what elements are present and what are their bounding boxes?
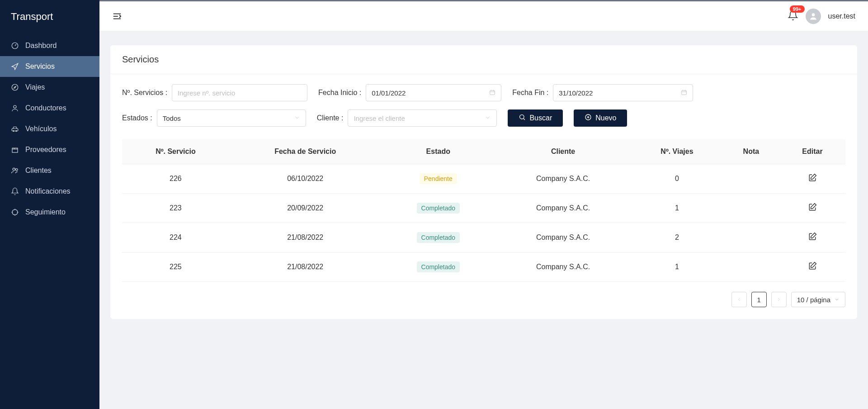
- cell-fecha: 21/08/2022: [229, 223, 382, 252]
- buscar-button[interactable]: Buscar: [508, 109, 563, 127]
- gauge-icon: [11, 42, 19, 50]
- status-badge: Completado: [417, 262, 460, 272]
- page-title: Servicios: [110, 45, 857, 74]
- page-size-label: 10 / página: [797, 296, 830, 304]
- page-prev-button[interactable]: [731, 292, 747, 307]
- fecha-inicio-value: 01/01/2022: [372, 89, 406, 97]
- sidebar-item-conductores[interactable]: Conductores: [0, 98, 99, 119]
- sidebar-item-viajes[interactable]: Viajes: [0, 77, 99, 98]
- notifications-badge: 99+: [790, 5, 805, 13]
- table-row: 22521/08/2022CompletadoCompany S.A.C.1: [122, 252, 845, 282]
- cell-fecha: 20/09/2022: [229, 194, 382, 223]
- sidebar-item-label: Conductores: [25, 104, 66, 112]
- brand-title: Transport: [0, 0, 99, 35]
- cell-viajes: 1: [631, 252, 723, 282]
- fecha-inicio-label: Fecha Inicio :: [318, 89, 361, 97]
- cell-nota: [723, 223, 779, 252]
- cliente-select[interactable]: Ingrese el cliente: [348, 109, 497, 127]
- cell-editar: [779, 252, 845, 282]
- estados-label: Estados :: [122, 114, 152, 122]
- cell-cliente: Company S.A.C.: [495, 252, 631, 282]
- chevron-down-icon: [294, 114, 300, 122]
- sidebar-item-label: Proveedores: [25, 146, 66, 154]
- table-header: Nº. Servicio: [122, 139, 229, 164]
- sidebar-item-label: Notificaciones: [25, 187, 71, 195]
- services-table: Nº. ServicioFecha de ServicioEstadoClien…: [122, 139, 845, 282]
- sidebar-item-label: Vehículos: [25, 125, 57, 133]
- svg-point-18: [811, 13, 815, 16]
- fecha-fin-label: Fecha Fin :: [512, 89, 548, 97]
- table-header: Nota: [723, 139, 779, 164]
- cell-cliente: Company S.A.C.: [495, 223, 631, 252]
- menu-toggle-icon[interactable]: [112, 11, 122, 21]
- page-next-button[interactable]: [771, 292, 787, 307]
- cell-estado: Completado: [382, 252, 495, 282]
- fecha-inicio-input[interactable]: 01/01/2022: [366, 84, 501, 101]
- cell-editar: [779, 194, 845, 223]
- user-icon: [11, 104, 19, 112]
- notifications-button[interactable]: 99+: [788, 10, 798, 22]
- table-header: Estado: [382, 139, 495, 164]
- sidebar-item-servicios[interactable]: Servicios: [0, 56, 99, 77]
- search-icon: [519, 114, 526, 123]
- buscar-label: Buscar: [529, 114, 552, 122]
- cell-num: 225: [122, 252, 229, 282]
- page-number[interactable]: 1: [751, 292, 767, 307]
- svg-rect-7: [12, 148, 18, 152]
- svg-point-10: [12, 209, 18, 215]
- svg-rect-19: [490, 90, 495, 94]
- cell-cliente: Company S.A.C.: [495, 194, 631, 223]
- estados-value: Todos: [163, 114, 181, 122]
- sidebar-item-label: Servicios: [25, 62, 55, 71]
- numero-input[interactable]: [178, 89, 302, 97]
- services-card: Servicios Nº. Servicios :: [110, 45, 857, 319]
- cell-viajes: 2: [631, 223, 723, 252]
- svg-marker-2: [14, 86, 16, 89]
- numero-input-wrap: [172, 84, 307, 101]
- table-header: Cliente: [495, 139, 631, 164]
- crosshair-icon: [11, 208, 19, 216]
- cell-num: 226: [122, 164, 229, 194]
- table-row: 22320/09/2022CompletadoCompany S.A.C.1: [122, 194, 845, 223]
- sidebar-item-vehículos[interactable]: Vehículos: [0, 119, 99, 139]
- svg-point-9: [16, 169, 18, 171]
- edit-button[interactable]: [808, 262, 817, 271]
- sidebar-item-dashbord[interactable]: Dashbord: [0, 35, 99, 56]
- cell-estado: Pendiente: [382, 164, 495, 194]
- chevron-down-icon: [485, 114, 491, 122]
- svg-point-27: [520, 115, 524, 119]
- svg-point-8: [13, 168, 15, 170]
- estados-select[interactable]: Todos: [157, 109, 306, 127]
- status-badge: Pendiente: [420, 173, 457, 184]
- cell-viajes: 1: [631, 194, 723, 223]
- calendar-icon: [489, 89, 495, 97]
- table-header: Nº. Viajes: [631, 139, 723, 164]
- cell-editar: [779, 223, 845, 252]
- edit-button[interactable]: [808, 232, 817, 241]
- nuevo-label: Nuevo: [595, 114, 616, 122]
- avatar[interactable]: [806, 9, 821, 24]
- svg-rect-23: [682, 90, 687, 94]
- topbar: 99+ user.test: [99, 0, 868, 31]
- svg-line-28: [524, 119, 525, 120]
- sidebar-item-clientes[interactable]: Clientes: [0, 160, 99, 181]
- svg-point-3: [14, 105, 16, 108]
- cliente-placeholder: Ingrese el cliente: [354, 114, 405, 122]
- edit-button[interactable]: [808, 203, 817, 212]
- edit-button[interactable]: [808, 173, 817, 182]
- calendar-icon: [681, 89, 687, 97]
- cell-num: 223: [122, 194, 229, 223]
- bell-icon: [11, 187, 19, 195]
- sidebar-item-label: Clientes: [25, 166, 52, 175]
- cell-fecha: 06/10/2022: [229, 164, 382, 194]
- sidebar-item-proveedores[interactable]: Proveedores: [0, 139, 99, 160]
- cell-estado: Completado: [382, 194, 495, 223]
- sidebar-item-notificaciones[interactable]: Notificaciones: [0, 181, 99, 202]
- fecha-fin-value: 31/10/2022: [559, 89, 593, 97]
- fecha-fin-input[interactable]: 31/10/2022: [553, 84, 693, 101]
- cell-viajes: 0: [631, 164, 723, 194]
- sidebar-item-seguimiento[interactable]: Seguimiento: [0, 202, 99, 223]
- nuevo-button[interactable]: Nuevo: [574, 109, 627, 127]
- car-icon: [11, 125, 19, 133]
- page-size-select[interactable]: 10 / página: [791, 292, 845, 307]
